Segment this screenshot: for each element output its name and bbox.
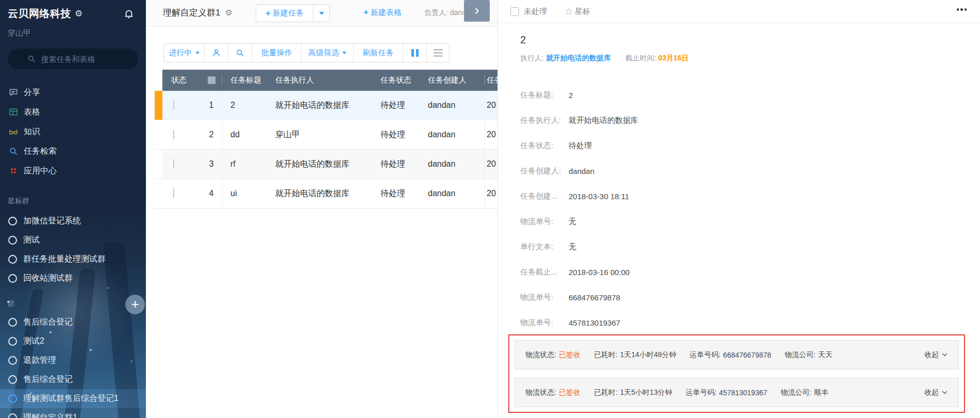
task-title: 2 <box>520 34 526 46</box>
group-header-bar: 理解自定义群1 ⚙ + 新建任务 + 新建表格 负责人: danda <box>146 0 497 26</box>
column-header-created: 任务 <box>485 75 497 85</box>
sidebar-item-app-center[interactable]: 应用中心 <box>0 161 146 181</box>
collapse-logistics-button[interactable]: 收起 <box>924 388 948 397</box>
sidebar-item-tables[interactable]: 表格 <box>0 102 146 122</box>
batch-actions-button[interactable]: 批量操作 <box>252 44 302 62</box>
row-checkbox[interactable] <box>173 100 174 110</box>
main-panel: 理解自定义群1 ⚙ + 新建任务 + 新建表格 负责人: danda 进行中 <box>146 0 497 418</box>
group-item[interactable]: 测试 <box>0 231 146 250</box>
group-label: 加微信登记系统 <box>23 216 81 227</box>
list-view-button[interactable] <box>427 44 449 62</box>
groups-list: 售后综合登记 测试2 退款管理 售后综合登记 理解测试群售后综合登记1 理解自定… <box>0 313 146 418</box>
unprocessed-checkbox[interactable] <box>510 7 519 16</box>
row-index: 1 <box>201 101 222 110</box>
search-input[interactable] <box>40 54 120 64</box>
field-row: 物流单号:457813019367 <box>520 310 964 335</box>
tracking-value: 457813019367 <box>719 389 767 397</box>
notification-bell-icon[interactable] <box>121 6 137 22</box>
collapse-logistics-button[interactable]: 收起 <box>924 350 948 360</box>
row-checkbox[interactable] <box>173 130 174 139</box>
search-tasks-button[interactable] <box>228 44 252 62</box>
new-table-button[interactable]: + 新建表格 <box>363 7 402 18</box>
task-fields-list: 任务标题:2 任务执行人:就开始电话的数据库 任务状态:待处理 任务创建人:da… <box>520 83 964 335</box>
field-row: 任务状态:待处理 <box>520 133 964 158</box>
status-filter-dropdown[interactable]: 进行中 <box>164 44 205 62</box>
owner-label: 负责人: danda <box>424 8 463 18</box>
group-circle-icon <box>8 394 17 403</box>
group-item[interactable]: 理解自定义群1 <box>0 408 146 418</box>
group-settings-gear-icon[interactable]: ⚙ <box>225 8 232 18</box>
cell-creator: dandan <box>423 101 485 110</box>
group-item[interactable]: 群任务批量处理测试群 <box>0 250 146 269</box>
chevron-right-icon <box>473 6 481 15</box>
current-user-name: 穿山甲 <box>8 28 31 38</box>
group-item[interactable]: 加微信登记系统 <box>0 212 146 231</box>
group-item[interactable]: 回收站测试群 <box>0 269 146 288</box>
group-circle-icon <box>8 375 17 384</box>
cell-title: ui <box>222 179 268 208</box>
field-value: 457813019367 <box>569 318 620 327</box>
refresh-tasks-button[interactable]: 刷新任务 <box>354 44 403 62</box>
elapsed-value: 1天5小时13分钟 <box>620 388 672 397</box>
field-label: 任务执行人: <box>520 116 569 125</box>
table-row[interactable]: 4 ui 就开始电话的数据库 待处理 dandan 20 <box>155 179 497 208</box>
menu-icon <box>434 49 443 57</box>
select-all-checkbox[interactable] <box>208 76 215 84</box>
cell-executor: 穿山甲 <box>268 130 376 140</box>
sidebar-nav: 分享 表格 知识 任务检索 <box>0 83 146 181</box>
group-item[interactable]: 测试2 <box>0 332 146 351</box>
row-index: 2 <box>201 130 222 139</box>
group-label: 测试 <box>23 235 40 246</box>
group-item[interactable]: 售后综合登记 <box>0 313 146 332</box>
sidebar-item-label: 知识 <box>24 126 40 137</box>
cell-created: 20 <box>485 150 497 179</box>
task-table: 状态 任务标题 任务执行人 任务状态 任务创建人 任务 1 2 就开始电话的数据… <box>155 70 497 208</box>
collapse-label: 收起 <box>924 350 939 360</box>
deadline-label: 截止时间: <box>625 54 656 63</box>
group-item[interactable]: 退款管理 <box>0 351 146 370</box>
field-value: 无 <box>569 217 576 227</box>
sidebar-item-task-search[interactable]: 任务检索 <box>0 141 146 161</box>
pause-button[interactable] <box>403 44 427 62</box>
group-circle-icon <box>8 236 17 245</box>
field-row: 任务创建人:dandan <box>520 158 964 184</box>
field-label: 任务状态: <box>520 141 569 151</box>
new-task-button[interactable]: + 新建任务 <box>256 5 313 22</box>
apps-icon <box>8 166 19 176</box>
chevron-down-icon <box>319 12 324 15</box>
sidebar-item-share[interactable]: 分享 <box>0 83 146 102</box>
column-header-task-status: 任务状态 <box>376 75 423 85</box>
group-item[interactable]: 售后综合登记 <box>0 370 146 389</box>
plus-icon: + <box>363 7 369 18</box>
new-task-dropdown-button[interactable] <box>313 5 329 22</box>
advanced-filter-dropdown[interactable]: 高级筛选 <box>302 44 354 62</box>
add-group-button[interactable]: + <box>125 295 145 314</box>
cell-creator: dandan <box>423 159 485 169</box>
group-label: 退款管理 <box>23 355 56 366</box>
sidebar-search[interactable] <box>8 49 138 69</box>
executor-value[interactable]: 就开始电话的数据库 <box>546 54 611 63</box>
row-checkbox[interactable] <box>173 159 174 169</box>
search-icon <box>8 146 19 156</box>
table-row[interactable]: 3 rf 就开始电话的数据库 待处理 dandan 20 <box>155 150 497 179</box>
elapsed-label: 已耗时: <box>594 350 618 360</box>
collapse-panel-button[interactable] <box>464 0 490 22</box>
logistics-status-value: 已签收 <box>559 388 580 397</box>
assignee-filter-button[interactable] <box>205 44 228 62</box>
sidebar-item-label: 表格 <box>24 107 40 118</box>
cell-executor: 就开始电话的数据库 <box>268 159 376 170</box>
row-checkbox[interactable] <box>173 188 174 198</box>
group-item-selected[interactable]: 理解测试群售后综合登记1 <box>0 389 146 408</box>
table-row[interactable]: 2 dd 穿山甲 待处理 dandan 20 <box>155 120 497 150</box>
cell-created: 20 <box>485 120 497 149</box>
more-actions-button[interactable] <box>957 8 967 11</box>
row-index: 4 <box>201 189 222 198</box>
group-label: 售后综合登记 <box>23 374 73 385</box>
org-settings-gear-icon[interactable]: ⚙ <box>75 8 82 19</box>
cell-creator: dandan <box>423 130 485 139</box>
table-row[interactable]: 1 2 就开始电话的数据库 待处理 dandan 20 <box>155 91 497 120</box>
sidebar-item-knowledge[interactable]: 知识 <box>0 122 146 141</box>
star-task-button[interactable]: ☆ 星标 <box>564 7 590 17</box>
group-label: 测试2 <box>23 336 44 347</box>
task-detail-panel: 未处理 ☆ 星标 2 执行人: 就开始电话的数据库 截止时间: 03月16日 任… <box>497 0 980 418</box>
